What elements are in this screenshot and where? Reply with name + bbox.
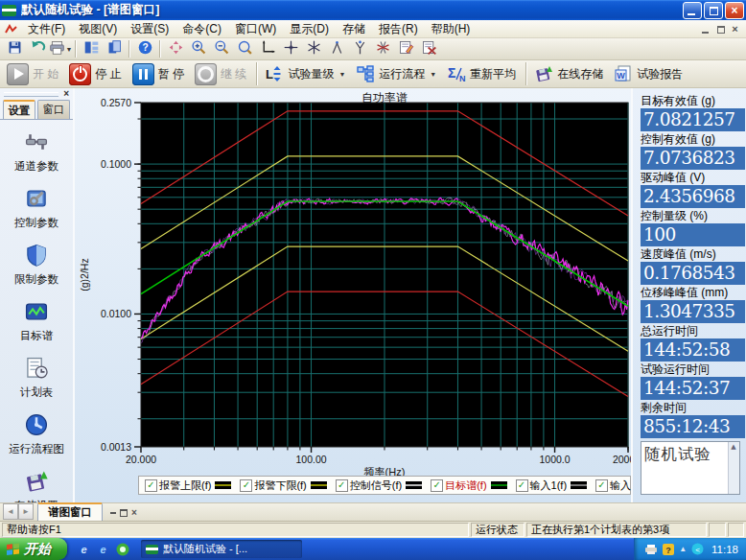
zoom-in-button[interactable] (187, 38, 210, 59)
y-tick-label: 0.0100 (101, 308, 131, 319)
minimize-icon (688, 13, 695, 15)
stop-button[interactable]: 停 止 (65, 61, 128, 87)
test-type-box[interactable]: 随机试验▲ (641, 441, 740, 495)
start-button[interactable]: 开始 (0, 538, 67, 560)
child-minimize-button[interactable] (699, 23, 713, 35)
note-delete-button[interactable] (417, 38, 440, 59)
level-button[interactable]: L试验量级▼ (261, 62, 352, 85)
view-columns-button[interactable] (80, 38, 103, 59)
legend-checkbox[interactable]: ✓ (240, 479, 252, 492)
star-cursor-button[interactable] (302, 38, 325, 59)
start-button: 开 始 (3, 61, 65, 87)
child-restore-button[interactable] (713, 23, 728, 35)
sidebar-item-目标谱[interactable]: 目标谱 (20, 299, 54, 343)
menu-item-4[interactable]: 命令(C) (175, 19, 228, 39)
legend-checkbox[interactable]: ✓ (431, 479, 443, 492)
undo-button[interactable] (26, 38, 49, 59)
network-tray-icon[interactable]: < (691, 543, 704, 555)
cursor-delete-button[interactable] (371, 38, 394, 59)
sidebar-item-控制参数[interactable]: 控制参数 (14, 186, 58, 230)
sidebar-item-label: 限制参数 (14, 272, 58, 287)
menu-item-6[interactable]: 显示(D) (283, 19, 336, 39)
axis-scale-button[interactable] (256, 38, 279, 59)
sidebar-item-计划表[interactable]: 计划表 (20, 356, 54, 400)
legend-label: 报警上限(f) (159, 478, 211, 493)
help-tray-icon[interactable]: ? (663, 544, 674, 555)
ie-icon[interactable]: e (77, 542, 91, 556)
zoom-out-button[interactable] (210, 38, 233, 59)
dropdown-caret-icon: ▼ (66, 46, 73, 53)
avg-button[interactable]: ΣN重新平均 (443, 62, 523, 85)
help-button[interactable]: ? (133, 38, 156, 59)
readout-label: 位移峰峰值 (mm) (641, 286, 746, 300)
close-icon: × (731, 5, 737, 16)
child-close-button[interactable]: × (728, 23, 742, 35)
sidebar-item-通道参数[interactable]: 通道参数 (14, 129, 58, 174)
system-tray: ? ▲ < 11:18 (634, 538, 746, 560)
readout-value: 100 (641, 223, 745, 246)
restore-icon[interactable] (120, 509, 128, 517)
crosshair-button[interactable] (279, 38, 302, 59)
menu-item-3[interactable]: 设置(S) (124, 19, 175, 39)
tab-scroll-right-button[interactable]: ► (18, 503, 34, 520)
close-button[interactable]: × (725, 2, 744, 19)
note-scrollbar[interactable]: ▲ (728, 442, 739, 494)
legend-checkbox[interactable]: ✓ (336, 479, 348, 492)
minimize-button[interactable] (683, 2, 702, 19)
report-icon: W (614, 64, 633, 83)
legend-item-输入1(f): ✓输入1(f) (516, 478, 588, 493)
mdi-tab-spectrum-window[interactable]: 谱图窗口 (37, 502, 103, 521)
print-button[interactable]: ▼ (49, 38, 72, 59)
note-edit-button[interactable] (394, 38, 417, 59)
sidebar-close-button[interactable]: × (63, 89, 69, 99)
store-label: 在线存储 (557, 66, 603, 82)
legend-label: 控制信号(f) (350, 478, 402, 493)
store-button[interactable]: 在线存储 (530, 62, 610, 85)
pan-button[interactable] (164, 38, 187, 59)
bar (145, 69, 148, 80)
y-tick-label: 0.2570 (101, 97, 131, 108)
sidebar-tab-窗口[interactable]: 窗口 (37, 100, 70, 119)
save-button[interactable] (3, 38, 26, 59)
close-icon[interactable]: × (131, 507, 137, 518)
browser-icon[interactable]: e (96, 542, 110, 556)
printer-icon[interactable] (644, 544, 658, 554)
restore-button[interactable] (704, 2, 723, 19)
title-bar[interactable]: 默认随机试验 - [谱图窗口] × (0, 0, 746, 20)
menu-item-7[interactable]: 存储 (336, 19, 372, 39)
menu-item-5[interactable]: 窗口(W) (228, 19, 283, 39)
grip-handle[interactable] (4, 92, 58, 97)
sidebar-item-运行流程图[interactable]: 运行流程图 (9, 412, 64, 456)
media-icon[interactable] (115, 542, 129, 556)
minimize-icon[interactable] (110, 512, 116, 514)
flow-button[interactable]: 运行流程▼ (352, 62, 443, 85)
report-button[interactable]: W试验报告 (610, 62, 689, 85)
status-cell-empty2 (728, 523, 744, 537)
svg-text:<: < (695, 546, 700, 554)
sidebar-tabs: 设置窗口 (0, 100, 73, 120)
level-label: 试验量级 (288, 66, 334, 82)
report-label: 试验报告 (637, 66, 683, 82)
view-pages-button[interactable] (103, 38, 126, 59)
menu-item-1[interactable]: 文件(F) (21, 19, 72, 39)
legend-checkbox[interactable]: ✓ (516, 479, 528, 492)
tab-scroll-left-button[interactable]: ◄ (3, 503, 18, 520)
update-tray-icon[interactable]: ▲ (679, 545, 687, 553)
sidebar-tab-设置[interactable]: 设置 (3, 100, 35, 119)
test-type-text: 随机试验 (644, 445, 711, 463)
sidebar-item-限制参数[interactable]: 限制参数 (14, 243, 58, 287)
legend-checkbox[interactable]: ✓ (595, 479, 608, 492)
print-icon (49, 39, 65, 58)
zoom-reset-button[interactable] (233, 38, 256, 59)
menu-item-2[interactable]: 视图(V) (72, 19, 124, 39)
status-bar: 帮助请按F1 运行状态 正在执行第1个计划表的第3项 (0, 522, 746, 538)
menu-item-9[interactable]: 帮助(H) (425, 19, 478, 39)
spectrum-chart: 20.000100.001000.02000.00.25700.10000.01… (75, 88, 631, 476)
pause-button[interactable]: 暂 停 (128, 61, 191, 87)
legend-checkbox[interactable]: ✓ (145, 479, 157, 492)
cursor-double-button[interactable] (348, 38, 371, 59)
menu-item-8[interactable]: 报告(R) (372, 19, 425, 39)
status-help: 帮助请按F1 (2, 523, 469, 537)
task-button-active[interactable]: 默认随机试验 - [... (141, 540, 302, 558)
cursor-single-button[interactable] (325, 38, 348, 59)
